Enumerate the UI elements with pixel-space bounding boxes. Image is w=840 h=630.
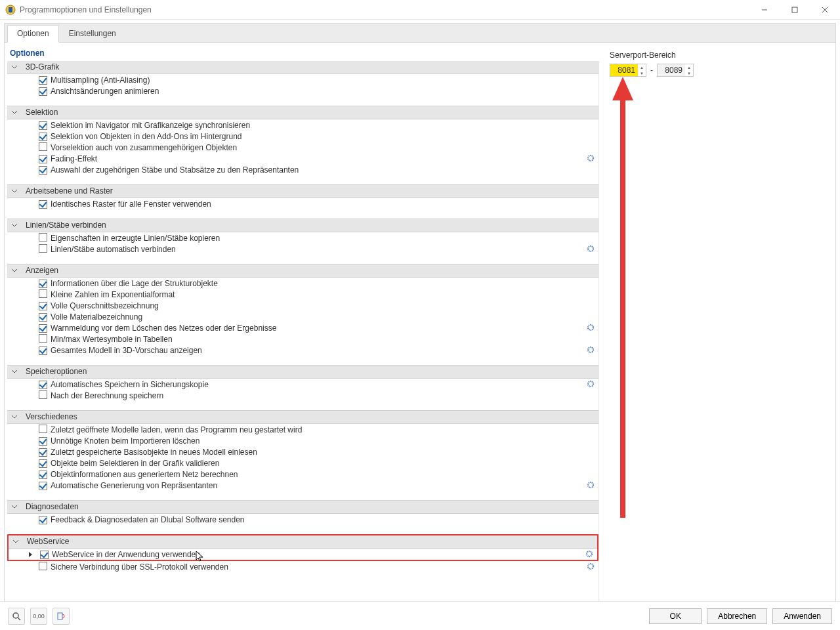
option-del-nodes[interactable]: Unnötige Knoten beim Importieren löschen [7,435,598,446]
section-diagnose[interactable]: Diagnosedaten [7,500,598,514]
serverport-range: 8081 ▲▼ - 8089 ▲▼ [610,64,826,77]
checkbox-icon[interactable] [39,302,47,310]
option-repr-select[interactable]: Auswahl der zugehörigen Stäbe und Stabsä… [7,164,598,175]
spin-up-icon[interactable]: ▲ [638,64,646,70]
option-info-struct[interactable]: Informationen über die Lage der Struktur… [7,278,598,289]
checkbox-icon[interactable] [39,437,47,446]
checkbox-icon[interactable] [39,425,47,433]
section-arbeitsebene[interactable]: Arbeitsebene und Raster [7,184,598,198]
checkbox-icon[interactable] [39,121,47,130]
checkbox-icon[interactable] [39,516,47,524]
checkbox-icon[interactable] [39,381,47,389]
checkbox-icon[interactable] [39,324,47,333]
option-copy-props[interactable]: Eigenschaften in erzeugte Linien/Stäbe k… [7,232,598,243]
option-sync-nav[interactable]: Selektion im Navigator mit Grafikanzeige… [7,119,598,131]
gear-icon[interactable] [587,324,595,333]
gear-icon[interactable] [587,245,595,255]
checkbox-icon[interactable] [39,76,47,85]
checkbox-icon[interactable] [39,155,47,163]
option-auto-repr[interactable]: Automatische Generierung von Repräsentan… [7,480,598,491]
port-to-input[interactable]: 8089 ▲▼ [657,64,694,77]
ok-button[interactable]: OK [649,608,702,624]
checkbox-icon[interactable] [39,482,47,490]
apply-button[interactable]: Anwenden [772,608,832,624]
maximize-button[interactable] [780,0,810,20]
port-from-value[interactable]: 8081 [610,64,638,76]
option-small-exp[interactable]: Kleine Zahlen im Exponentialformat [7,289,598,300]
checkbox-icon[interactable] [40,551,49,559]
option-full-cs[interactable]: Volle Querschnittsbezeichnung [7,300,598,311]
section-verschiedenes[interactable]: Verschiedenes [7,410,598,424]
option-full-mat[interactable]: Volle Materialbezeichnung [7,311,598,322]
gear-icon[interactable] [587,481,595,491]
option-after-calc[interactable]: Nach der Berechnung speichern [7,390,598,401]
checkbox-icon[interactable] [39,562,47,570]
checkbox-icon[interactable] [39,233,47,242]
checkbox-icon[interactable] [39,313,47,322]
tab-options[interactable]: Optionen [7,25,59,43]
option-fading[interactable]: Fading-Effekt [7,153,598,164]
option-obj-info-mesh[interactable]: Objektinformationen aus generiertem Netz… [7,469,598,480]
tab-settings[interactable]: Einstellungen [59,25,126,42]
spin-down-icon[interactable]: ▼ [638,70,646,76]
option-identical-grid[interactable]: Identisches Raster für alle Fenster verw… [7,198,598,209]
close-button[interactable] [810,0,840,20]
section-3d-grafik[interactable]: 3D-Grafik [7,61,598,74]
minimize-button[interactable] [749,0,780,20]
options-tree[interactable]: 3D-Grafik Multisampling (Anti-Aliasing) … [7,61,599,609]
gear-icon[interactable] [585,550,593,560]
help-icon[interactable] [8,608,25,625]
svg-point-6 [588,156,593,161]
option-reload-models[interactable]: Zuletzt geöffnete Modelle laden, wenn da… [7,424,598,435]
bottom-bar: 0,00 OK Abbrechen Anwenden [0,601,840,630]
checkbox-icon[interactable] [39,346,47,355]
checkbox-icon[interactable] [39,133,47,141]
spin-up-icon[interactable]: ▲ [685,64,693,70]
checkbox-icon[interactable] [39,459,47,468]
port-to-value[interactable]: 8089 [658,64,685,76]
option-label: Zuletzt geöffnete Modelle laden, wenn da… [51,425,302,434]
checkbox-icon[interactable] [39,200,47,209]
option-auto-connect[interactable]: Linien/Stäbe automatisch verbinden [7,243,598,255]
section-linien[interactable]: Linien/Stäbe verbinden [7,219,598,232]
checkbox-icon[interactable] [39,280,47,288]
option-preselection[interactable]: Vorselektion auch von zusammengehörigen … [7,142,598,153]
option-autosave[interactable]: Automatisches Speichern in Sicherungskop… [7,379,598,390]
option-minmax[interactable]: Min/max Wertesymbole in Tabellen [7,333,598,345]
checkbox-icon[interactable] [39,142,47,151]
section-webservice[interactable]: WebService [9,536,597,549]
checkbox-icon[interactable] [39,244,47,253]
checkbox-icon[interactable] [39,289,47,298]
section-anzeigen[interactable]: Anzeigen [7,264,598,278]
option-full-3d[interactable]: Gesamtes Modell in 3D-Vorschau anzeigen [7,345,598,356]
svg-point-11 [588,482,593,488]
option-ssl[interactable]: Sichere Verbindung über SSL-Protokoll ve… [7,561,598,572]
option-reload-base[interactable]: Zuletzt gespeicherte Basisobjekte in neu… [7,446,598,457]
option-addon-bg[interactable]: Selektion von Objekten in den Add-Ons im… [7,131,598,142]
option-use-webservice[interactable]: WebService in der Anwendung verwenden [9,549,597,560]
checkbox-icon[interactable] [39,448,47,457]
gear-icon[interactable] [587,154,595,164]
option-view-anim[interactable]: Ansichtsänderungen animieren [7,85,598,96]
serverport-label: Serverport-Bereich [610,51,826,60]
gear-icon[interactable] [587,380,595,390]
option-label: Objektinformationen aus generiertem Netz… [51,470,238,479]
reset-icon[interactable] [52,608,70,625]
gear-icon[interactable] [587,346,595,356]
checkbox-icon[interactable] [39,334,47,343]
checkbox-icon[interactable] [39,390,47,399]
checkbox-icon[interactable] [39,166,47,175]
checkbox-icon[interactable] [39,471,47,479]
option-feedback[interactable]: Feedback & Diagnosedaten an Dlubal Softw… [7,514,598,525]
port-from-input[interactable]: 8081 ▲▼ [610,64,646,77]
checkbox-icon[interactable] [39,87,47,96]
cancel-button[interactable]: Abbrechen [707,608,767,624]
option-validate-sel[interactable]: Objekte beim Selektieren in der Grafik v… [7,457,598,469]
gear-icon[interactable] [587,562,595,572]
option-warn-delete[interactable]: Warnmeldung vor dem Löschen des Netzes o… [7,322,598,333]
section-speicher[interactable]: Speicheroptionen [7,365,598,379]
spin-down-icon[interactable]: ▼ [685,70,693,76]
section-selektion[interactable]: Selektion [7,106,598,119]
units-icon[interactable]: 0,00 [30,608,47,625]
option-multisampling[interactable]: Multisampling (Anti-Aliasing) [7,74,598,85]
